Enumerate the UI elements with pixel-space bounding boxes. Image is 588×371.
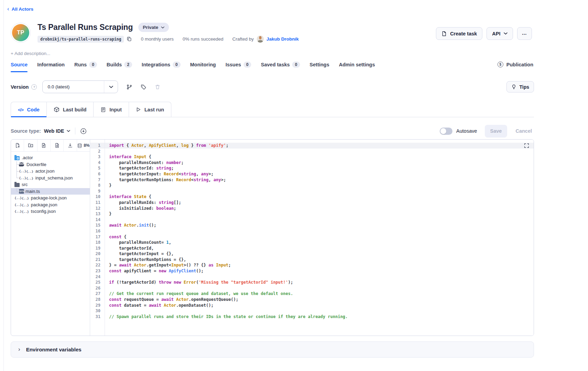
play-icon <box>136 107 141 112</box>
json-icon <box>19 175 33 181</box>
code-line-7: 7 targetActorRunOptions: Record<string, … <box>90 177 534 183</box>
code-line-9: 9 <box>90 188 534 194</box>
tree-item-package-lock.json[interactable]: package-lock.json <box>11 195 90 201</box>
git-branch-icon[interactable] <box>127 84 132 90</box>
tab-builds[interactable]: Builds2 <box>107 62 132 72</box>
author-link[interactable]: Jakub Drobník <box>267 36 299 42</box>
runs-succeeded-stat: 0% runs succeeded <box>183 36 224 42</box>
new-file-icon[interactable] <box>11 140 24 151</box>
file-tree: .actorDockerfileactor.jsoninput_schema.j… <box>11 152 90 215</box>
code-line-27: 27// Get the current run request queue a… <box>90 291 534 297</box>
breadcrumb-back-link[interactable]: ‹ All Actors <box>7 7 33 12</box>
tab-last-build[interactable]: Last build <box>47 102 94 117</box>
ellipsis-icon: … <box>522 30 527 36</box>
download-circle-icon[interactable] <box>80 128 87 134</box>
tab-saved-tasks[interactable]: Saved tasks0 <box>261 62 300 72</box>
code-line-19: 19 targetActorId, <box>90 245 534 251</box>
code-line-6: 6 targetActorInput: Record<string, any>; <box>90 171 534 177</box>
tips-button[interactable]: Tips <box>506 81 534 92</box>
version-value: 0.0 (latest) <box>43 84 104 89</box>
tab-monitoring[interactable]: Monitoring <box>190 62 216 72</box>
docker-icon <box>19 162 24 167</box>
code-line-20: 20 targetActorInput = {}, <box>90 251 534 257</box>
lightbulb-icon <box>511 84 516 89</box>
fullscreen-icon[interactable] <box>524 143 529 148</box>
code-line-21: 21 targetActorRunOptions = {}, <box>90 257 534 263</box>
create-task-button[interactable]: Create task <box>436 27 482 40</box>
code-line-22: 22} = await Actor.getInput<Input>() ?? {… <box>90 262 534 268</box>
environment-variables-label: Environment variables <box>26 347 82 352</box>
page-title: Ts Parallel Runs Scraping <box>38 23 133 32</box>
code-line-11: 11 parallelRunIds: string[]; <box>90 200 534 206</box>
help-circle-icon[interactable] <box>31 84 37 90</box>
publication-link[interactable]: Publication <box>498 62 534 67</box>
version-select[interactable]: 0.0 (latest) <box>42 80 118 93</box>
tree-item-Dockerfile[interactable]: Dockerfile <box>11 161 90 168</box>
publication-label: Publication <box>506 62 533 67</box>
code-line-3: 3interface Input { <box>90 154 534 160</box>
tree-item-src[interactable]: src <box>11 181 90 188</box>
tab-issues[interactable]: Issues0 <box>225 62 251 72</box>
tab-runs[interactable]: Runs0 <box>74 62 97 72</box>
save-button[interactable]: Save <box>485 125 507 138</box>
create-task-label: Create task <box>450 31 477 36</box>
tree-item-.actor[interactable]: .actor <box>11 154 90 161</box>
code-line-1: 1import { Actor, ApifyClient, log } from… <box>90 143 534 149</box>
tree-item-input_schema.json[interactable]: input_schema.json <box>11 175 90 182</box>
chevron-left-icon: ‹ <box>7 6 9 12</box>
code-line-24: 24 <box>90 274 534 280</box>
visibility-dropdown[interactable]: Private <box>138 23 169 32</box>
tree-item-main.ts[interactable]: main.ts <box>11 188 90 195</box>
code-line-10: 10interface State { <box>90 194 534 200</box>
source-type-dropdown[interactable]: Web IDE <box>44 128 71 134</box>
main-tabs-bar: SourceInformationRuns0Builds2Integration… <box>11 62 534 72</box>
source-type-row: Source type: Web IDE Autosave Save Cance… <box>11 124 534 138</box>
tab-admin-settings[interactable]: Admin settings <box>339 62 375 72</box>
tab-last-run[interactable]: Last run <box>129 102 171 117</box>
upload-file-icon[interactable] <box>38 140 51 151</box>
code-editor[interactable]: 1import { Actor, ApifyClient, log } from… <box>90 140 534 336</box>
tab-source[interactable]: Source <box>11 62 28 72</box>
autosave-label: Autosave <box>456 128 477 134</box>
chevron-down-icon <box>104 81 118 93</box>
code-line-28: 28const requestQueue = await Actor.openR… <box>90 297 534 303</box>
cancel-button[interactable]: Cancel <box>513 128 534 134</box>
code-icon <box>18 107 24 112</box>
code-line-26: 26 <box>90 285 534 291</box>
version-row: Version 0.0 (latest) Tips <box>11 80 534 93</box>
import-file-icon[interactable] <box>51 140 64 151</box>
actor-header: TP Ts Parallel Runs Scraping Private dro… <box>11 23 534 43</box>
tab-integrations[interactable]: Integrations0 <box>142 62 181 72</box>
api-dropdown-button[interactable]: API <box>487 27 513 40</box>
chevron-down-icon <box>161 26 164 29</box>
code-line-23: 23const apifyClient = new ApifyClient(); <box>90 268 534 274</box>
tab-count-badge: 0 <box>292 62 300 68</box>
add-description-button[interactable]: + Add description... <box>11 51 50 56</box>
copy-icon[interactable] <box>127 36 132 42</box>
editor-subtabs: Code Last build Input Last run <box>11 102 534 117</box>
storage-usage: 8% <box>77 140 90 151</box>
tree-item-tsconfig.json[interactable]: tsconfig.json <box>11 208 90 215</box>
package-icon <box>54 107 60 112</box>
actor-handle: drobnikj/ts-parallel-runs-scraping <box>38 36 124 43</box>
tag-icon[interactable] <box>141 84 146 90</box>
download-icon[interactable] <box>64 140 77 151</box>
new-folder-icon[interactable] <box>24 140 37 151</box>
dollar-circle-icon <box>498 62 503 67</box>
tab-information[interactable]: Information <box>37 62 65 72</box>
autosave-toggle[interactable] <box>440 128 452 135</box>
tree-connector <box>14 188 19 195</box>
environment-variables-section[interactable]: › Environment variables <box>11 341 534 358</box>
code-line-17: 17const { <box>90 234 534 240</box>
tree-item-package.json[interactable]: package.json <box>11 201 90 208</box>
tab-code[interactable]: Code <box>11 102 47 117</box>
tab-settings[interactable]: Settings <box>310 62 329 72</box>
more-actions-button[interactable]: … <box>517 27 532 40</box>
actor-detail-page: ‹ All Actors TP Ts Parallel Runs Scrapin… <box>0 0 534 358</box>
folder-icon <box>14 183 20 187</box>
tree-item-actor.json[interactable]: actor.json <box>11 168 90 175</box>
trash-icon[interactable] <box>155 84 160 90</box>
code-line-4: 4 parallelRunsCount: number; <box>90 160 534 166</box>
file-panel: 8% .actorDockerfileactor.jsoninput_schem… <box>11 140 90 336</box>
tab-input[interactable]: Input <box>94 102 129 117</box>
